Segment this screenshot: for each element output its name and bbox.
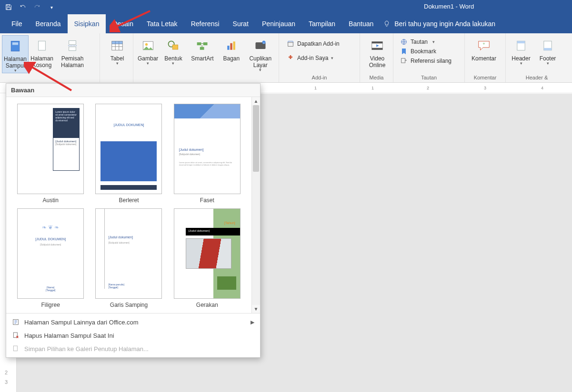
tab-sisipkan[interactable]: Sisipkan [68,14,106,33]
svg-rect-22 [230,43,232,50]
ruler-num: 1 [371,86,374,90]
smartart-button[interactable]: SmartArt [186,35,219,62]
remove-page-icon [12,332,20,339]
group-tabel: Tabel [100,33,133,82]
tab-tampilan[interactable]: Tampilan [302,14,342,33]
referensi-silang-label: Referensi silang [411,58,452,64]
group-komentar-label: Komentar [465,75,505,80]
gallery-item-berleret[interactable]: [JUDUL DOKUMEN] Berleret [94,104,163,204]
svg-text:+: + [263,41,264,44]
cover-thumb[interactable]: [Judul dokumen] [Subjudul dokumen] [Nama… [95,208,162,299]
tell-me[interactable]: Beri tahu yang ingin Anda lakukan [383,14,495,33]
svg-rect-20 [200,47,204,50]
scroll-down-icon[interactable]: ▼ [252,305,260,313]
qat-customize-icon[interactable]: ▾ [46,2,57,12]
more-from-office-button[interactable]: Halaman Sampul Lainnya dari Office.com ▶ [6,315,260,329]
office-icon [12,318,20,326]
bookmark-button[interactable]: Bookmark [397,47,461,56]
video-online-button[interactable]: Video Online [362,35,392,69]
tautan-button[interactable]: Tautan▾ [397,37,461,47]
tab-surat[interactable]: Surat [226,14,255,33]
pemisah-halaman-button[interactable]: Pemisah Halaman [55,35,90,69]
gutter-num: 3 [5,379,8,385]
komentar-button[interactable]: + Komentar [467,35,501,62]
pemisah-halaman-label: Pemisah Halaman [56,55,89,69]
tab-tataletak[interactable]: Tata Letak [140,14,184,33]
link-icon [400,38,408,46]
tab-referensi[interactable]: Referensi [184,14,226,33]
group-headerfooter-label: Header & [506,75,568,80]
svg-rect-29 [372,42,383,44]
svg-rect-18 [197,42,201,45]
gallery-scrollbar[interactable]: ▲ ▼ [251,97,260,313]
svg-rect-4 [39,41,46,50]
gambar-label: Gambar [138,55,158,62]
video-icon [369,37,386,54]
group-header-footer: Header Footer Header & [506,33,568,82]
gallery-item-gerakan[interactable]: [Tahun] [Judul dokumen] Gerakan [172,208,242,308]
svg-rect-32 [401,59,405,63]
cover-thumb[interactable]: Lorem ipsum dolor sit amet consectetur a… [17,104,84,194]
cuplikan-layar-button[interactable]: + Cuplikan Layar [244,35,277,72]
footer-button[interactable]: Footer [534,35,561,66]
cover-thumb[interactable]: [Tahun] [Judul dokumen] [174,208,241,299]
tab-desain[interactable]: Desain [106,14,140,33]
gallery-item-label: Faset [200,197,214,204]
cover-thumb[interactable]: [Judul dokumen] [Subjudul dokumen] Lorem… [174,104,241,194]
tab-file[interactable]: File [5,14,29,33]
cover-page-gallery: Bawaan Lorem ipsum dolor sit amet consec… [6,83,261,358]
more-label: Halaman Sampul Lainnya dari Office.com [24,319,139,326]
save-icon[interactable] [3,2,14,12]
komentar-label: Komentar [472,55,496,62]
chart-icon [223,37,240,54]
svg-rect-21 [227,46,229,50]
store-icon [287,40,294,48]
bagan-button[interactable]: Bagan [219,35,244,62]
tab-bantuan[interactable]: Bantuan [342,14,380,33]
scroll-up-icon[interactable]: ▲ [252,97,260,105]
screenshot-icon: + [252,37,269,54]
group-tautan-label: Tautan [393,75,464,80]
gallery-item-filigree[interactable]: ❧ ❦ ❧ [JUDUL DOKUMEN] [Subjudul dokumen]… [16,208,85,308]
cover-thumb[interactable]: ❧ ❦ ❧ [JUDUL DOKUMEN] [Subjudul dokumen]… [17,208,84,299]
gambar-button[interactable]: Gambar [135,35,161,66]
halaman-kosong-button[interactable]: Halaman Kosong [29,35,55,69]
header-button[interactable]: Header [508,35,534,66]
ribbon-tab-strip: File Beranda Sisipkan Desain Tata Letak … [0,14,572,33]
halaman-sampul-button[interactable]: Halaman Sampul [2,35,29,73]
gallery-item-faset[interactable]: [Judul dokumen] [Subjudul dokumen] Lorem… [172,104,242,204]
gallery-grid: Lorem ipsum dolor sit amet consectetur a… [6,97,251,313]
gallery-item-garis-samping[interactable]: [Judul dokumen] [Subjudul dokumen] [Nama… [94,208,163,308]
tabel-label: Tabel [110,55,124,62]
cover-thumb[interactable]: [JUDUL DOKUMEN] [95,104,162,194]
tab-beranda[interactable]: Beranda [29,14,68,33]
tabel-button[interactable]: Tabel [102,35,132,66]
page-cover-icon [7,38,24,55]
tell-me-label: Beri tahu yang ingin Anda lakukan [394,20,495,28]
header-label: Header [512,55,530,62]
save-selection-button: Simpan Pilihan ke Galeri Penutup Halaman… [6,342,260,355]
svg-rect-6 [69,47,76,50]
tab-peninjauan[interactable]: Peninjauan [255,14,302,33]
page-break-icon [64,37,81,54]
referensi-silang-button[interactable]: Referensi silang [397,56,461,66]
redo-icon[interactable] [31,2,43,12]
ruler-num: 2 [427,86,429,90]
ruler-num: 3 [484,86,486,90]
gallery-footer: Halaman Sampul Lainnya dari Office.com ▶… [6,313,260,357]
remove-cover-button[interactable]: Hapus Halaman Sampul Saat Ini [6,329,260,342]
gallery-item-austin[interactable]: Lorem ipsum dolor sit amet consectetur a… [16,104,85,204]
tautan-label: Tautan [411,39,428,45]
chevron-right-icon: ▶ [251,319,254,325]
remove-label: Hapus Halaman Sampul Saat Ini [24,332,114,339]
dapatkan-addin-button[interactable]: Dapatkan Add-in [284,39,355,49]
group-halaman: Halaman Sampul Halaman Kosong Pemisah Ha… [0,33,100,82]
save-sel-label: Simpan Pilihan ke Galeri Penutup Halaman… [24,345,149,353]
lightbulb-icon [383,20,391,28]
undo-icon[interactable] [17,2,29,12]
scroll-thumb[interactable] [253,105,259,172]
svg-rect-35 [517,41,525,43]
bentuk-button[interactable]: Bentuk [161,35,186,66]
addin-saya-button[interactable]: Add-in Saya ▾ [284,53,355,63]
svg-rect-5 [69,40,76,44]
